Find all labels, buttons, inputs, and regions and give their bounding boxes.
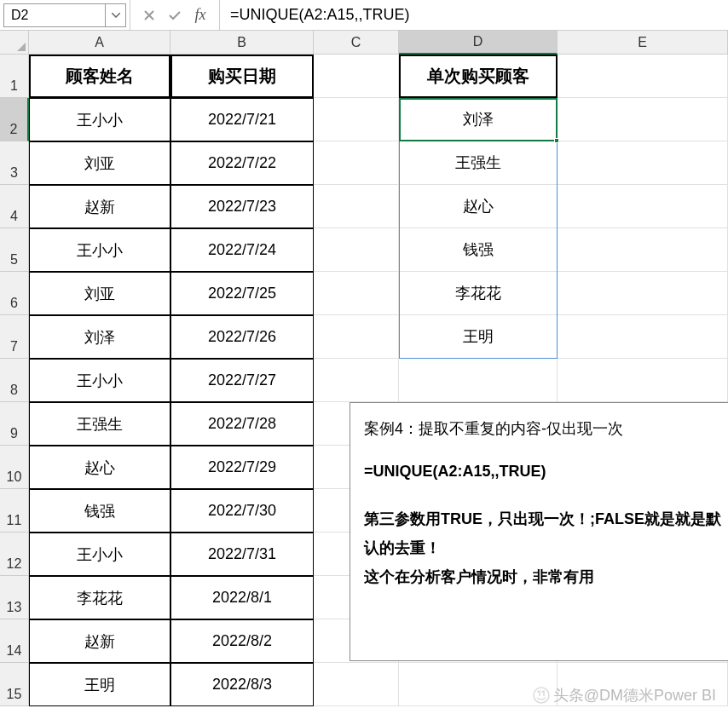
cell-A3[interactable]: 刘亚 bbox=[29, 141, 170, 185]
cell-A6[interactable]: 刘亚 bbox=[29, 272, 170, 315]
cell-A13[interactable]: 李花花 bbox=[29, 576, 170, 619]
row-5: 王小小2022/7/24钱强 bbox=[29, 228, 728, 272]
row-3: 刘亚2022/7/22王强生 bbox=[29, 141, 728, 185]
cell-C3[interactable] bbox=[314, 141, 399, 185]
row-header-2[interactable]: 2 bbox=[0, 98, 29, 141]
watermark-text: 头条@DM德米Power BI bbox=[553, 685, 716, 705]
cell-B8[interactable]: 2022/7/27 bbox=[170, 359, 314, 402]
cell-B9[interactable]: 2022/7/28 bbox=[170, 402, 314, 446]
cell-B3[interactable]: 2022/7/22 bbox=[170, 141, 314, 185]
row-header-1[interactable]: 1 bbox=[0, 55, 29, 98]
cell-B4[interactable]: 2022/7/23 bbox=[170, 185, 314, 228]
cell-E4[interactable] bbox=[558, 185, 728, 228]
formula-buttons: fx bbox=[130, 0, 220, 30]
row-6: 刘亚2022/7/25李花花 bbox=[29, 272, 728, 315]
cell-B6[interactable]: 2022/7/25 bbox=[170, 272, 314, 315]
cell-C15[interactable] bbox=[314, 663, 399, 706]
row-header-11[interactable]: 11 bbox=[0, 489, 29, 533]
select-all-corner[interactable] bbox=[0, 31, 29, 55]
cells-area[interactable]: 顾客姓名购买日期单次购买顾客王小小2022/7/21刘泽刘亚2022/7/22王… bbox=[29, 55, 728, 706]
cell-C4[interactable] bbox=[314, 185, 399, 228]
cell-A2[interactable]: 王小小 bbox=[29, 98, 170, 141]
formula-input[interactable]: =UNIQUE(A2:A15,,TRUE) bbox=[220, 0, 728, 30]
cell-B2[interactable]: 2022/7/21 bbox=[170, 98, 314, 141]
watermark: 头条@DM德米Power BI bbox=[533, 685, 716, 705]
row-header-10[interactable]: 10 bbox=[0, 446, 29, 489]
cell-A1[interactable]: 顾客姓名 bbox=[29, 55, 170, 98]
cell-E3[interactable] bbox=[558, 141, 728, 185]
name-box-dropdown[interactable] bbox=[106, 3, 126, 27]
cell-A15[interactable]: 王明 bbox=[29, 663, 170, 706]
cell-D3[interactable]: 王强生 bbox=[399, 141, 558, 185]
cell-C1[interactable] bbox=[314, 55, 399, 98]
column-headers: ABCDE bbox=[29, 31, 728, 55]
name-box[interactable]: D2 bbox=[3, 3, 106, 27]
cell-B13[interactable]: 2022/8/1 bbox=[170, 576, 314, 619]
cell-B5[interactable]: 2022/7/24 bbox=[170, 228, 314, 272]
textbox-formula: =UNIQUE(A2:A15,,TRUE) bbox=[364, 458, 728, 485]
row-header-3[interactable]: 3 bbox=[0, 141, 29, 185]
cell-A4[interactable]: 赵新 bbox=[29, 185, 170, 228]
cell-B14[interactable]: 2022/8/2 bbox=[170, 619, 314, 663]
cell-D1[interactable]: 单次购买顾客 bbox=[399, 55, 558, 98]
x-icon bbox=[143, 9, 155, 21]
row-2: 王小小2022/7/21刘泽 bbox=[29, 98, 728, 141]
cell-E2[interactable] bbox=[558, 98, 728, 141]
cell-C5[interactable] bbox=[314, 228, 399, 272]
cell-B15[interactable]: 2022/8/3 bbox=[170, 663, 314, 706]
cell-D4[interactable]: 赵心 bbox=[399, 185, 558, 228]
fx-button[interactable]: fx bbox=[192, 7, 209, 24]
column-header-A[interactable]: A bbox=[29, 31, 170, 55]
row-header-15[interactable]: 15 bbox=[0, 663, 29, 706]
cell-D2[interactable]: 刘泽 bbox=[399, 98, 558, 141]
cell-B10[interactable]: 2022/7/29 bbox=[170, 446, 314, 489]
column-header-B[interactable]: B bbox=[170, 31, 314, 55]
row-header-12[interactable]: 12 bbox=[0, 533, 29, 576]
cell-C6[interactable] bbox=[314, 272, 399, 315]
cell-D7[interactable]: 王明 bbox=[399, 315, 558, 359]
cell-D5[interactable]: 钱强 bbox=[399, 228, 558, 272]
cell-B11[interactable]: 2022/7/30 bbox=[170, 489, 314, 533]
cell-A9[interactable]: 王强生 bbox=[29, 402, 170, 446]
cell-C8[interactable] bbox=[314, 359, 399, 402]
row-header-14[interactable]: 14 bbox=[0, 619, 29, 663]
cell-D8[interactable] bbox=[399, 359, 558, 402]
cell-B12[interactable]: 2022/7/31 bbox=[170, 533, 314, 576]
row-header-6[interactable]: 6 bbox=[0, 272, 29, 315]
cell-E7[interactable] bbox=[558, 315, 728, 359]
textbox-title: 案例4：提取不重复的内容-仅出现一次 bbox=[364, 415, 728, 442]
cell-E5[interactable] bbox=[558, 228, 728, 272]
cell-E6[interactable] bbox=[558, 272, 728, 315]
row-header-13[interactable]: 13 bbox=[0, 576, 29, 619]
spreadsheet-grid: 123456789101112131415 ABCDE 顾客姓名购买日期单次购买… bbox=[0, 31, 728, 706]
name-box-container: D2 bbox=[0, 0, 130, 30]
row-header-8[interactable]: 8 bbox=[0, 359, 29, 402]
column-header-C[interactable]: C bbox=[314, 31, 399, 55]
row-header-7[interactable]: 7 bbox=[0, 315, 29, 359]
cell-E8[interactable] bbox=[558, 359, 728, 402]
cell-B7[interactable]: 2022/7/26 bbox=[170, 315, 314, 359]
cell-A14[interactable]: 赵新 bbox=[29, 619, 170, 663]
row-1: 顾客姓名购买日期单次购买顾客 bbox=[29, 55, 728, 98]
cell-D6[interactable]: 李花花 bbox=[399, 272, 558, 315]
cell-C2[interactable] bbox=[314, 98, 399, 141]
cancel-button[interactable] bbox=[141, 7, 158, 24]
annotation-textbox[interactable]: 案例4：提取不重复的内容-仅出现一次 =UNIQUE(A2:A15,,TRUE)… bbox=[350, 402, 728, 661]
confirm-button[interactable] bbox=[166, 7, 183, 24]
cell-A7[interactable]: 刘泽 bbox=[29, 315, 170, 359]
cell-A12[interactable]: 王小小 bbox=[29, 533, 170, 576]
cell-B1[interactable]: 购买日期 bbox=[170, 55, 314, 98]
row-header-4[interactable]: 4 bbox=[0, 185, 29, 228]
column-header-D[interactable]: D bbox=[399, 31, 558, 55]
cell-A11[interactable]: 钱强 bbox=[29, 489, 170, 533]
watermark-icon bbox=[533, 687, 550, 704]
cell-A8[interactable]: 王小小 bbox=[29, 359, 170, 402]
column-header-E[interactable]: E bbox=[558, 31, 728, 55]
row-header-5[interactable]: 5 bbox=[0, 228, 29, 272]
cell-A5[interactable]: 王小小 bbox=[29, 228, 170, 272]
row-7: 刘泽2022/7/26王明 bbox=[29, 315, 728, 359]
cell-A10[interactable]: 赵心 bbox=[29, 446, 170, 489]
row-header-9[interactable]: 9 bbox=[0, 402, 29, 446]
cell-E1[interactable] bbox=[558, 55, 728, 98]
cell-C7[interactable] bbox=[314, 315, 399, 359]
